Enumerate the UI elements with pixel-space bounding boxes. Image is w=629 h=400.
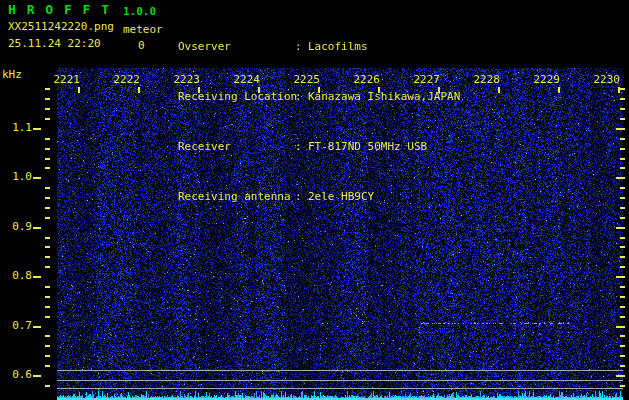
meteor-count: 0 (138, 40, 145, 52)
freq-minor-tick-right (620, 148, 625, 150)
freq-minor-tick (45, 296, 50, 298)
freq-minor-tick (45, 158, 50, 160)
info-separator: : (295, 91, 308, 103)
info-separator: : (295, 141, 308, 153)
freq-tick-label-0.6: 0.6 (4, 369, 32, 381)
freq-minor-tick (45, 88, 50, 90)
freq-minor-tick (45, 385, 50, 387)
freq-minor-tick-right (620, 197, 625, 199)
freq-major-tick (33, 177, 41, 179)
freq-major-tick-right (616, 276, 625, 278)
freq-minor-tick-right (620, 118, 625, 120)
freq-minor-tick-right (620, 88, 625, 90)
hrofft-window: H R O F F T 1.0.0 XX2511242220.png meteo… (0, 0, 629, 400)
time-tick (558, 87, 560, 93)
freq-minor-tick (45, 197, 50, 199)
info-label: Receiving Location (178, 91, 295, 103)
freq-minor-tick-right (620, 286, 625, 288)
info-value: Lacofilms (308, 41, 368, 53)
freq-major-tick (33, 375, 41, 377)
freq-minor-tick-right (620, 167, 625, 169)
info-value: 2ele HB9CY (308, 191, 374, 203)
freq-minor-tick-right (620, 246, 625, 248)
info-label: Ovserver (178, 41, 295, 53)
time-tick-label-2229: 2229 (530, 74, 560, 86)
freq-minor-tick (45, 98, 50, 100)
freq-minor-tick-right (620, 138, 625, 140)
freq-minor-tick (45, 187, 50, 189)
time-tick (78, 87, 80, 93)
output-filename: XX2511242220.png (8, 21, 114, 33)
freq-minor-tick-right (620, 207, 625, 209)
freq-minor-tick (45, 335, 50, 337)
freq-minor-tick-right (620, 296, 625, 298)
freq-minor-tick-right (620, 266, 625, 268)
freq-tick-label-1.1: 1.1 (4, 122, 32, 134)
station-info: Ovserver:Lacofilms Receiving Location:Ka… (178, 3, 460, 241)
freq-minor-tick-right (620, 187, 625, 189)
freq-minor-tick-right (620, 108, 625, 110)
time-tick (498, 87, 500, 93)
freq-major-tick-right (616, 128, 625, 130)
freq-minor-tick (45, 306, 50, 308)
time-tick-label-2230: 2230 (590, 74, 620, 86)
time-tick-label-2223: 2223 (170, 74, 200, 86)
freq-minor-tick-right (620, 237, 625, 239)
info-separator: : (295, 191, 308, 203)
freq-minor-tick-right (620, 306, 625, 308)
freq-minor-tick-right (620, 345, 625, 347)
time-tick (378, 87, 380, 93)
freq-minor-tick-right (620, 355, 625, 357)
time-tick-label-2227: 2227 (410, 74, 440, 86)
info-row-antenna: Receiving antenna:2ele HB9CY (178, 191, 460, 203)
info-value: FT-817ND 50MHz USB (308, 141, 427, 153)
freq-minor-tick (45, 138, 50, 140)
freq-minor-tick-right (620, 256, 625, 258)
time-tick-label-2222: 2222 (110, 74, 140, 86)
time-tick-label-2226: 2226 (350, 74, 380, 86)
freq-major-tick (33, 276, 41, 278)
freq-tick-label-0.9: 0.9 (4, 221, 32, 233)
freq-minor-tick-right (620, 217, 625, 219)
freq-tick-label-0.8: 0.8 (4, 270, 32, 282)
freq-major-tick (33, 326, 41, 328)
app-version: 1.0.0 (123, 5, 156, 18)
freq-minor-tick (45, 246, 50, 248)
frame-datetime: 25.11.24 22:20 (8, 38, 101, 50)
time-tick-label-2228: 2228 (470, 74, 500, 86)
freq-minor-tick (45, 217, 50, 219)
freq-minor-tick (45, 286, 50, 288)
freq-minor-tick (45, 207, 50, 209)
mode-label: meteor (123, 24, 163, 36)
freq-major-tick-right (616, 227, 625, 229)
time-tick (198, 87, 200, 93)
time-tick (138, 87, 140, 93)
freq-minor-tick (45, 118, 50, 120)
freq-major-tick (33, 227, 41, 229)
time-tick-label-2224: 2224 (230, 74, 260, 86)
freq-axis-unit: kHz (2, 69, 22, 81)
freq-minor-tick (45, 365, 50, 367)
time-tick (438, 87, 440, 93)
freq-minor-tick-right (620, 316, 625, 318)
freq-minor-tick-right (620, 385, 625, 387)
freq-minor-tick-right (620, 158, 625, 160)
freq-tick-label-1.0: 1.0 (4, 171, 32, 183)
freq-major-tick-right (616, 177, 625, 179)
freq-minor-tick (45, 355, 50, 357)
info-label: Receiver (178, 141, 295, 153)
info-label: Receiving antenna (178, 191, 295, 203)
time-tick (318, 87, 320, 93)
freq-minor-tick (45, 167, 50, 169)
info-row-observer: Ovserver:Lacofilms (178, 41, 460, 53)
freq-minor-tick (45, 148, 50, 150)
time-tick-label-2225: 2225 (290, 74, 320, 86)
app-title: H R O F F T (8, 3, 111, 17)
freq-minor-tick (45, 256, 50, 258)
freq-minor-tick-right (620, 98, 625, 100)
info-row-receiver: Receiver:FT-817ND 50MHz USB (178, 141, 460, 153)
time-tick (258, 87, 260, 93)
freq-tick-label-0.7: 0.7 (4, 320, 32, 332)
info-separator: : (295, 41, 308, 53)
freq-minor-tick-right (620, 365, 625, 367)
